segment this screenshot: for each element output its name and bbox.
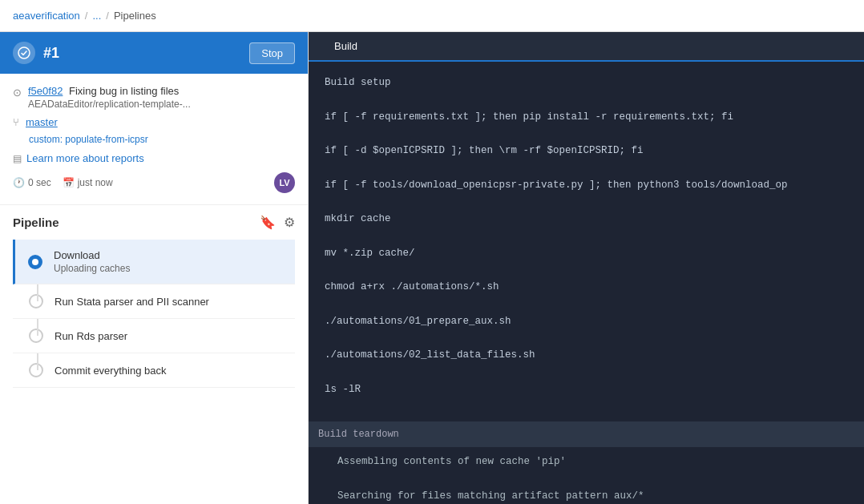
left-panel: #1 Stop ⊙ f5e0f82 Fixing bug in listing … [0, 32, 309, 504]
breadcrumb-ellipsis[interactable]: ... [92, 10, 101, 22]
stop-button[interactable]: Stop [249, 42, 295, 64]
commit-icon: ⊙ [13, 87, 22, 99]
terminal-section-header-teardown: Build teardown [309, 421, 864, 447]
commit-row: ⊙ f5e0f82 Fixing bug in listing files AE… [13, 85, 295, 110]
terminal-line-4: mkdir cache [325, 211, 848, 228]
reports-row: ▤ Learn more about reports [13, 152, 295, 164]
stage-dot-download [28, 255, 42, 269]
time-item: 📅 just now [63, 177, 113, 188]
reports-link[interactable]: Learn more about reports [26, 152, 144, 164]
stage-item-stata[interactable]: Run Stata parser and PII scanner [13, 284, 295, 319]
terminal-line-3: if [ -f tools/download_openicpsr-private… [325, 177, 848, 194]
stage-item-download[interactable]: Download Uploading caches [13, 240, 295, 284]
main-layout: #1 Stop ⊙ f5e0f82 Fixing bug in listing … [0, 32, 864, 504]
stage-name-commit: Commit everything back [55, 365, 166, 377]
pipeline-section-title: Pipeline [13, 216, 59, 229]
stage-name-rds: Run Rds parser [55, 330, 127, 342]
pipeline-section: Pipeline 🔖 ⚙ Download Uploading caches [0, 205, 308, 504]
terminal-line-11: Assembling contents of new cache 'pip' [337, 454, 848, 470]
custom-row: custom: populate-from-icpsr [29, 131, 295, 146]
pipeline-number: #1 [43, 45, 59, 62]
terminal-line-12: Searching for files matching artifact pa… [337, 488, 848, 504]
branch-name[interactable]: master [26, 116, 58, 128]
terminal-output[interactable]: Build setup if [ -f requirements.txt ]; … [309, 62, 864, 504]
commit-message: Fixing bug in listing files [69, 85, 179, 97]
bookmark-icon[interactable]: 🔖 [260, 215, 276, 230]
custom-tag: custom: populate-from-icpsr [29, 134, 148, 145]
stage-dot-stata [29, 294, 43, 308]
commit-file: AEADataEditor/replication-template-... [28, 99, 191, 110]
breadcrumb: aeaverification / ... / Pipelines [0, 0, 864, 32]
meta-left: 🕐 0 sec 📅 just now [13, 177, 113, 188]
terminal-tab-bar: Build [309, 32, 864, 62]
pipeline-header: #1 Stop [0, 32, 308, 74]
terminal-line-7: ./automations/01_prepare_aux.sh [325, 313, 848, 330]
clock-icon: 🕐 [13, 177, 25, 188]
calendar-icon: 📅 [63, 177, 75, 188]
reports-icon: ▤ [13, 153, 22, 164]
stage-status-download: Uploading caches [54, 263, 130, 274]
stage-dot-commit [29, 363, 43, 377]
time-value: just now [78, 177, 113, 188]
right-panel: Build Build setup if [ -f requirements.t… [309, 32, 864, 504]
breadcrumb-sep-2: / [106, 10, 109, 22]
terminal-line-2: if [ -d $openICPSRID ]; then \rm -rf $op… [325, 143, 848, 159]
breadcrumb-sep-1: / [85, 10, 88, 22]
breadcrumb-root[interactable]: aeaverification [13, 10, 80, 22]
terminal-line-1: if [ -f requirements.txt ]; then pip ins… [325, 109, 848, 126]
pipeline-info: ⊙ f5e0f82 Fixing bug in listing files AE… [0, 74, 308, 205]
branch-icon: ⑂ [13, 116, 19, 128]
pipeline-header-left: #1 [13, 42, 59, 64]
terminal-line-0: Build setup [325, 75, 848, 91]
pipeline-status-icon [13, 42, 35, 64]
stage-item-rds[interactable]: Run Rds parser [13, 319, 295, 353]
stage-list: Download Uploading caches Run Stata pars… [13, 240, 295, 388]
svg-point-0 [18, 47, 30, 58]
breadcrumb-current: Pipelines [114, 10, 156, 22]
commit-details: f5e0f82 Fixing bug in listing files AEAD… [28, 85, 191, 110]
branch-row: ⑂ master [13, 116, 295, 128]
stage-info-download: Download Uploading caches [54, 249, 130, 274]
duration-item: 🕐 0 sec [13, 177, 51, 188]
pipeline-section-header: Pipeline 🔖 ⚙ [13, 215, 295, 230]
terminal-line-8: ./automations/02_list_data_files.sh [325, 347, 848, 364]
terminal-line-5: mv *.zip cache/ [325, 245, 848, 262]
terminal-line-9: ls -lR [325, 381, 848, 398]
avatar: LV [274, 172, 295, 193]
terminal-line-6: chmod a+rx ./automations/*.sh [325, 279, 848, 296]
stage-name-stata: Run Stata parser and PII scanner [55, 296, 209, 308]
duration-value: 0 sec [28, 177, 51, 188]
stage-item-commit[interactable]: Commit everything back [13, 353, 295, 388]
meta-row: 🕐 0 sec 📅 just now LV [13, 172, 295, 193]
commit-hash[interactable]: f5e0f82 [28, 85, 63, 97]
pipeline-actions: 🔖 ⚙ [260, 215, 295, 230]
stage-dot-rds [29, 329, 43, 343]
settings-icon[interactable]: ⚙ [284, 215, 295, 230]
tab-build[interactable]: Build [321, 32, 370, 62]
stage-name-download: Download [54, 249, 130, 261]
